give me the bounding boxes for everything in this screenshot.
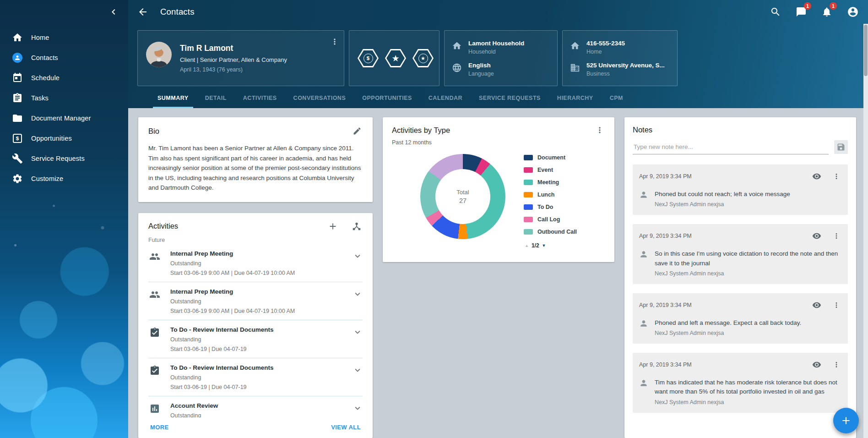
sidebar-item-contacts[interactable]: Contacts <box>0 48 128 68</box>
main: Contacts 1 1 <box>128 0 868 438</box>
gear-icon <box>12 173 23 184</box>
legend-swatch <box>524 167 533 173</box>
column-middle: Activities by Type Past 12 months Total <box>383 117 614 438</box>
legend-item: Lunch <box>524 188 605 201</box>
profile-menu-button[interactable] <box>328 35 341 48</box>
note-item[interactable]: Apr 9, 2019 3:34 PM Tim has indicated th… <box>633 353 848 413</box>
sidebar-item-tasks[interactable]: Tasks <box>0 88 128 108</box>
activity-item[interactable]: Internal Prep Meeting Outstanding Start … <box>148 282 363 320</box>
legend-swatch <box>524 155 533 160</box>
note-visibility-button[interactable] <box>811 171 822 182</box>
profile-card: Tim R Lamont Client | Senior Partner, Al… <box>137 30 344 86</box>
task-check-icon <box>149 365 160 376</box>
contacts-icon <box>12 52 23 63</box>
page-up-icon[interactable]: ▲ <box>525 243 529 248</box>
legend-swatch <box>524 217 533 222</box>
account-button[interactable] <box>846 5 860 19</box>
view-all-button[interactable]: VIEW ALL <box>331 424 361 431</box>
more-vert-icon <box>832 301 841 309</box>
tab-hierarchy[interactable]: HIERARCHY <box>549 95 602 108</box>
more-button[interactable]: MORE <box>150 424 169 431</box>
note-item[interactable]: Apr 9, 2019 3:34 PM So in this case I'm … <box>633 224 848 284</box>
chevron-down-icon[interactable] <box>353 251 363 261</box>
avatar <box>146 42 172 67</box>
home-icon <box>452 41 462 51</box>
tab-detail[interactable]: DETAIL <box>197 95 235 108</box>
more-vert-icon <box>832 361 841 369</box>
sidebar-item-service-requests[interactable]: Service Requests <box>0 148 128 169</box>
chevron-down-icon[interactable] <box>353 289 363 299</box>
tab-activities[interactable]: ACTIVITIES <box>235 95 285 108</box>
activity-item[interactable]: To Do - Review Internal Documents Outsta… <box>148 358 363 396</box>
dollar-badge-icon[interactable]: $ <box>358 49 379 67</box>
bio-text: Mr. Tim Lamont has been a Senior Partner… <box>148 143 363 193</box>
star-badge-icon[interactable]: ★ <box>385 49 406 67</box>
sidebar-item-document-manager[interactable]: Document Manager <box>0 108 128 128</box>
scrollbar-thumb[interactable] <box>864 25 868 76</box>
legend-item: To Do <box>524 201 605 213</box>
tab-cpm[interactable]: CPM <box>602 95 631 108</box>
contact-subtitle: Client | Senior Partner, Allen & Company <box>180 56 287 63</box>
messages-badge: 1 <box>804 2 811 10</box>
activities-by-type-card: Activities by Type Past 12 months Total <box>383 117 614 262</box>
tab-opportunities[interactable]: OPPORTUNITIES <box>354 95 420 108</box>
people-icon <box>149 289 160 300</box>
person-icon <box>639 378 648 388</box>
chevron-down-icon[interactable] <box>353 365 363 375</box>
pencil-icon <box>353 126 362 136</box>
back-button[interactable] <box>136 5 150 19</box>
tab-calendar[interactable]: CALENDAR <box>420 95 471 108</box>
page-down-icon[interactable]: ▼ <box>542 243 546 248</box>
note-item[interactable]: Apr 9, 2019 3:34 PM Phoned but could not… <box>633 164 848 215</box>
add-activity-button[interactable] <box>327 220 339 232</box>
note-item[interactable]: Apr 9, 2019 3:34 PM Phoned and left a me… <box>633 293 848 344</box>
sidebar-item-customize[interactable]: Customize <box>0 169 128 189</box>
tab-conversations[interactable]: CONVERSATIONS <box>285 95 354 108</box>
svg-text:$: $ <box>16 136 19 141</box>
save-note-button[interactable] <box>834 140 848 154</box>
sidebar-collapse-button[interactable] <box>105 4 122 20</box>
notifications-button[interactable]: 1 <box>820 5 833 18</box>
tab-summary[interactable]: SUMMARY <box>149 95 197 108</box>
contact-header: Tim R Lamont Client | Senior Partner, Al… <box>128 24 868 108</box>
note-visibility-button[interactable] <box>811 359 822 370</box>
chevron-down-icon[interactable] <box>353 327 363 337</box>
tab-service-requests[interactable]: SERVICE REQUESTS <box>471 95 549 108</box>
notes-list: Apr 9, 2019 3:34 PM Phoned but could not… <box>633 164 848 438</box>
messages-button[interactable]: 1 <box>795 5 808 18</box>
add-fab-button[interactable] <box>833 408 859 433</box>
household-card: Lamont Household Household English Langu… <box>444 30 558 86</box>
sidebar-item-schedule[interactable]: Schedule <box>0 68 128 88</box>
sidebar-item-opportunities[interactable]: $ Opportunities <box>0 128 128 148</box>
search-button[interactable] <box>769 5 782 18</box>
hierarchy-view-button[interactable] <box>351 220 363 232</box>
bio-edit-button[interactable] <box>352 126 363 137</box>
account-circle-icon <box>847 6 859 18</box>
note-menu-button[interactable] <box>831 171 841 181</box>
address-row: 525 University Avenue, S... Business <box>570 62 665 77</box>
note-visibility-button[interactable] <box>811 300 822 311</box>
content: Bio Mr. Tim Lamont has been a Senior Par… <box>128 108 868 438</box>
more-vert-icon <box>832 232 841 240</box>
note-menu-button[interactable] <box>831 360 841 370</box>
contact-name: Tim R Lamont <box>180 44 287 53</box>
people-icon <box>149 251 160 262</box>
note-menu-button[interactable] <box>831 300 841 310</box>
chevron-down-icon[interactable] <box>353 403 363 413</box>
person-icon <box>639 319 648 328</box>
activity-item[interactable]: To Do - Review Internal Documents Outsta… <box>148 320 363 358</box>
legend-swatch <box>524 229 533 235</box>
sidebar-item-home[interactable]: Home <box>0 27 128 48</box>
note-input[interactable] <box>633 140 829 154</box>
page-scrollbar[interactable] <box>863 24 868 438</box>
note-menu-button[interactable] <box>831 231 841 241</box>
note-visibility-button[interactable] <box>811 230 822 241</box>
star-seal-badge-icon[interactable]: ★ <box>412 49 434 67</box>
language-row: English Language <box>452 62 494 77</box>
activities-footer: MORE VIEW ALL <box>148 417 363 438</box>
eye-icon <box>812 231 821 241</box>
chart-menu-button[interactable] <box>594 125 605 136</box>
activity-item[interactable]: Account Review Outstanding Start 24-05-1… <box>148 396 363 417</box>
task-check-icon <box>149 327 160 338</box>
activity-item[interactable]: Internal Prep Meeting Outstanding Start … <box>148 244 363 282</box>
